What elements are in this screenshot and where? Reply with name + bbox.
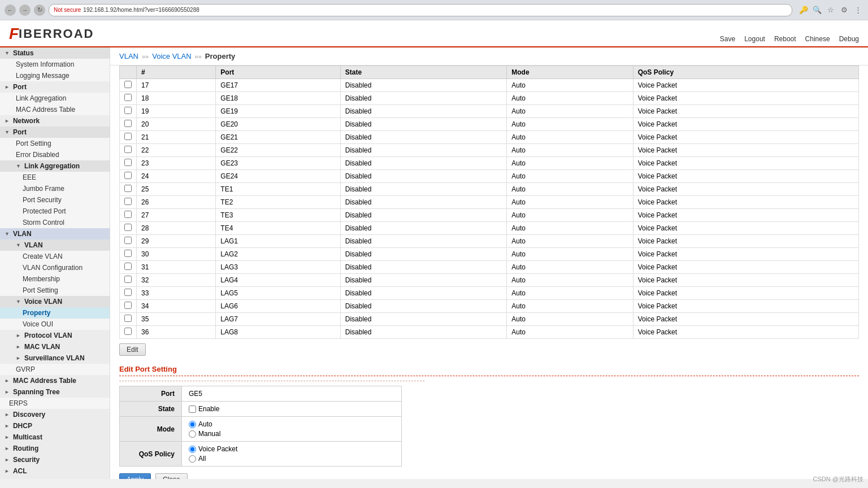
sidebar-item-dhcp[interactable]: ► DHCP	[0, 420, 110, 432]
row-checkbox-cell[interactable]	[120, 222, 137, 235]
state-enable-checkbox[interactable]	[189, 406, 196, 413]
row-checkbox-cell[interactable]	[120, 183, 137, 196]
row-checkbox-cell[interactable]	[120, 326, 137, 339]
row-checkbox[interactable]	[124, 159, 132, 166]
menu-icon[interactable]: ⋮	[852, 5, 863, 16]
table-row[interactable]: 26 TE2 Disabled Auto Voice Packet	[120, 196, 859, 209]
row-checkbox[interactable]	[124, 146, 132, 153]
qos-all-radio[interactable]	[189, 455, 196, 463]
table-row[interactable]: 33 LAG5 Disabled Auto Voice Packet	[120, 287, 859, 300]
row-checkbox-cell[interactable]	[120, 248, 137, 261]
row-checkbox[interactable]	[124, 302, 132, 309]
row-checkbox[interactable]	[124, 263, 132, 270]
sidebar-item-logging-message[interactable]: Logging Message	[0, 70, 110, 81]
sidebar-item-vlan-configuration[interactable]: VLAN Configuration	[0, 262, 110, 273]
sidebar-item-eee[interactable]: EEE	[0, 172, 110, 183]
apply-button[interactable]: Apply	[119, 473, 151, 479]
row-checkbox[interactable]	[124, 250, 132, 257]
sidebar-item-discovery[interactable]: ► Discovery	[0, 409, 110, 420]
table-row[interactable]: 19 GE19 Disabled Auto Voice Packet	[120, 105, 859, 118]
row-checkbox[interactable]	[124, 185, 132, 192]
sidebar-item-error-disabled[interactable]: Error Disabled	[0, 149, 110, 160]
table-row[interactable]: 30 LAG2 Disabled Auto Voice Packet	[120, 248, 859, 261]
row-checkbox[interactable]	[124, 198, 132, 205]
chinese-link[interactable]: Chinese	[805, 35, 830, 43]
row-checkbox[interactable]	[124, 328, 132, 335]
sidebar-item-acl[interactable]: ► ACL	[0, 465, 110, 477]
sidebar-item-protected-port[interactable]: Protected Port	[0, 206, 110, 217]
row-checkbox-cell[interactable]	[120, 300, 137, 313]
reboot-link[interactable]: Reboot	[774, 35, 796, 43]
table-row[interactable]: 17 GE17 Disabled Auto Voice Packet	[120, 79, 859, 92]
row-checkbox-cell[interactable]	[120, 196, 137, 209]
sidebar-item-property[interactable]: Property	[0, 307, 110, 319]
row-checkbox[interactable]	[124, 94, 132, 101]
sidebar-item-status[interactable]: ▼ Status	[0, 47, 110, 59]
sidebar-item-membership[interactable]: Membership	[0, 273, 110, 285]
table-row[interactable]: 18 GE18 Disabled Auto Voice Packet	[120, 92, 859, 105]
sidebar-item-jumbo-frame[interactable]: Jumbo Frame	[0, 183, 110, 194]
row-checkbox[interactable]	[124, 211, 132, 218]
sidebar-item-security[interactable]: ► Security	[0, 454, 110, 465]
search-browser-icon[interactable]: 🔍	[811, 5, 823, 16]
row-checkbox-cell[interactable]	[120, 170, 137, 183]
mode-auto-radio[interactable]	[189, 421, 196, 428]
row-checkbox[interactable]	[124, 81, 132, 88]
table-row[interactable]: 34 LAG6 Disabled Auto Voice Packet	[120, 300, 859, 313]
row-checkbox-cell[interactable]	[120, 313, 137, 326]
table-row[interactable]: 35 LAG7 Disabled Auto Voice Packet	[120, 313, 859, 326]
row-checkbox[interactable]	[124, 224, 132, 231]
edit-button[interactable]: Edit	[119, 343, 146, 356]
sidebar-item-spanning-tree[interactable]: ► Spanning Tree	[0, 386, 110, 398]
sidebar-item-create-vlan[interactable]: Create VLAN	[0, 251, 110, 262]
refresh-button[interactable]: ↻	[34, 5, 45, 16]
row-checkbox-cell[interactable]	[120, 131, 137, 144]
sidebar-item-routing[interactable]: ► Routing	[0, 443, 110, 454]
breadcrumb-vlan[interactable]: VLAN	[119, 52, 138, 60]
save-link[interactable]: Save	[720, 35, 735, 43]
table-row[interactable]: 22 GE22 Disabled Auto Voice Packet	[120, 144, 859, 157]
row-checkbox[interactable]	[124, 107, 132, 114]
table-row[interactable]: 31 LAG3 Disabled Auto Voice Packet	[120, 261, 859, 274]
table-row[interactable]: 25 TE1 Disabled Auto Voice Packet	[120, 183, 859, 196]
qos-voice-radio[interactable]	[189, 446, 196, 453]
sidebar-item-erps[interactable]: ERPS	[0, 398, 110, 409]
sidebar-item-multicast[interactable]: ► Multicast	[0, 432, 110, 443]
table-row[interactable]: 20 GE20 Disabled Auto Voice Packet	[120, 118, 859, 131]
sidebar-item-port2[interactable]: ▼ Port	[0, 127, 110, 138]
sidebar-item-voice-oui[interactable]: Voice OUI	[0, 319, 110, 330]
sidebar-item-vlan-sub[interactable]: ▼ VLAN	[0, 239, 110, 251]
back-button[interactable]: ←	[5, 5, 16, 16]
url-bar[interactable]: Not secure 192.168.1.92/home.html?ver=16…	[49, 4, 792, 16]
row-checkbox-cell[interactable]	[120, 118, 137, 131]
logout-link[interactable]: Logout	[744, 35, 765, 43]
sidebar-item-network[interactable]: ► Network	[0, 115, 110, 127]
sidebar-item-port-setting2[interactable]: Port Setting	[0, 285, 110, 296]
sidebar-item-mac-address-table2[interactable]: ► MAC Address Table	[0, 375, 110, 386]
row-checkbox[interactable]	[124, 276, 132, 283]
row-checkbox-cell[interactable]	[120, 157, 137, 170]
row-checkbox-cell[interactable]	[120, 209, 137, 222]
row-checkbox[interactable]	[124, 120, 132, 127]
forward-button[interactable]: →	[19, 5, 31, 16]
sidebar-item-port-security[interactable]: Port Security	[0, 194, 110, 206]
row-checkbox[interactable]	[124, 237, 132, 244]
table-row[interactable]: 32 LAG4 Disabled Auto Voice Packet	[120, 274, 859, 287]
row-checkbox[interactable]	[124, 315, 132, 322]
row-checkbox-cell[interactable]	[120, 144, 137, 157]
sidebar-item-voice-vlan[interactable]: ▼ Voice VLAN	[0, 296, 110, 307]
sidebar-item-mac-address-table[interactable]: MAC Address Table	[0, 104, 110, 115]
mode-manual-radio[interactable]	[189, 430, 196, 438]
row-checkbox-cell[interactable]	[120, 287, 137, 300]
sidebar-item-link-aggregation2[interactable]: ▼ Link Aggregation	[0, 160, 110, 172]
row-checkbox-cell[interactable]	[120, 235, 137, 248]
table-row[interactable]: 23 GE23 Disabled Auto Voice Packet	[120, 157, 859, 170]
sidebar-item-system-information[interactable]: System Information	[0, 59, 110, 70]
extensions-icon[interactable]: ⚙	[839, 5, 850, 16]
table-row[interactable]: 36 LAG8 Disabled Auto Voice Packet	[120, 326, 859, 339]
sidebar-item-link-aggregation[interactable]: Link Aggregation	[0, 93, 110, 104]
table-row[interactable]: 28 TE4 Disabled Auto Voice Packet	[120, 222, 859, 235]
close-button[interactable]: Close	[155, 473, 188, 479]
sidebar-item-port-setting[interactable]: Port Setting	[0, 138, 110, 149]
row-checkbox-cell[interactable]	[120, 274, 137, 287]
